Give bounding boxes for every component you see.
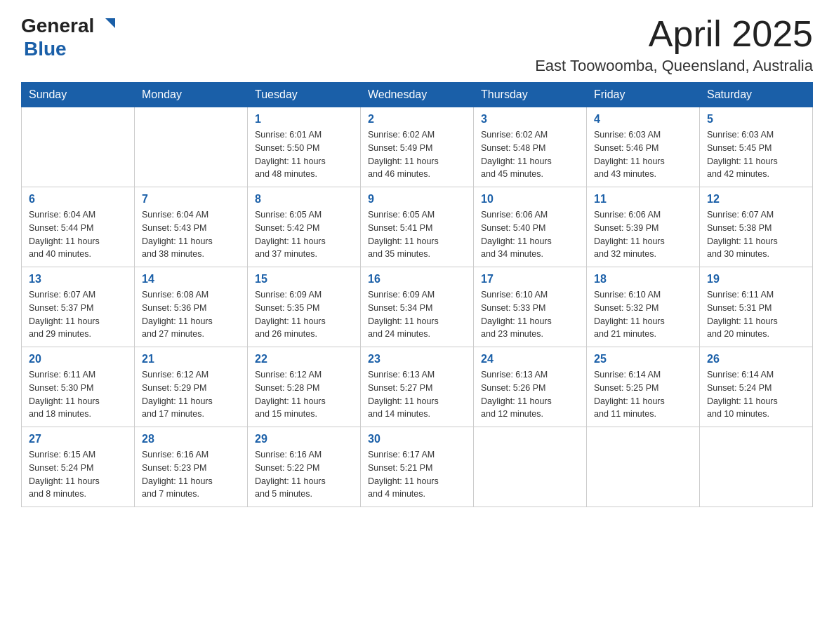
calendar-cell: 4Sunrise: 6:03 AM Sunset: 5:46 PM Daylig… <box>587 107 700 187</box>
weekday-header-row: SundayMondayTuesdayWednesdayThursdayFrid… <box>22 83 813 107</box>
week-row-4: 20Sunrise: 6:11 AM Sunset: 5:30 PM Dayli… <box>22 347 813 427</box>
day-number: 13 <box>29 273 127 286</box>
title-area: April 2025 East Toowoomba, Queensland, A… <box>535 14 813 75</box>
day-info: Sunrise: 6:09 AM Sunset: 5:35 PM Dayligh… <box>255 288 353 341</box>
calendar-cell <box>587 427 700 507</box>
calendar-cell: 12Sunrise: 6:07 AM Sunset: 5:38 PM Dayli… <box>700 187 813 267</box>
day-info: Sunrise: 6:07 AM Sunset: 5:38 PM Dayligh… <box>707 208 805 261</box>
calendar-cell <box>474 427 587 507</box>
calendar-cell: 19Sunrise: 6:11 AM Sunset: 5:31 PM Dayli… <box>700 267 813 347</box>
day-info: Sunrise: 6:13 AM Sunset: 5:27 PM Dayligh… <box>368 368 466 421</box>
calendar-table: SundayMondayTuesdayWednesdayThursdayFrid… <box>21 82 813 507</box>
calendar-cell: 22Sunrise: 6:12 AM Sunset: 5:28 PM Dayli… <box>248 347 361 427</box>
day-info: Sunrise: 6:05 AM Sunset: 5:41 PM Dayligh… <box>368 208 466 261</box>
calendar-cell: 3Sunrise: 6:02 AM Sunset: 5:48 PM Daylig… <box>474 107 587 187</box>
calendar-cell <box>22 107 135 187</box>
day-number: 4 <box>594 113 692 126</box>
calendar-cell: 15Sunrise: 6:09 AM Sunset: 5:35 PM Dayli… <box>248 267 361 347</box>
day-info: Sunrise: 6:04 AM Sunset: 5:44 PM Dayligh… <box>29 208 127 261</box>
day-info: Sunrise: 6:11 AM Sunset: 5:31 PM Dayligh… <box>707 288 805 341</box>
day-number: 8 <box>255 193 353 206</box>
calendar-cell: 5Sunrise: 6:03 AM Sunset: 5:45 PM Daylig… <box>700 107 813 187</box>
day-number: 6 <box>29 193 127 206</box>
calendar-cell: 6Sunrise: 6:04 AM Sunset: 5:44 PM Daylig… <box>22 187 135 267</box>
day-info: Sunrise: 6:13 AM Sunset: 5:26 PM Dayligh… <box>481 368 579 421</box>
day-number: 20 <box>29 353 127 365</box>
day-info: Sunrise: 6:03 AM Sunset: 5:45 PM Dayligh… <box>707 128 805 181</box>
day-info: Sunrise: 6:16 AM Sunset: 5:22 PM Dayligh… <box>255 448 353 501</box>
calendar-cell: 9Sunrise: 6:05 AM Sunset: 5:41 PM Daylig… <box>361 187 474 267</box>
day-number: 17 <box>481 273 579 286</box>
calendar-cell <box>135 107 248 187</box>
calendar-cell: 7Sunrise: 6:04 AM Sunset: 5:43 PM Daylig… <box>135 187 248 267</box>
calendar-cell: 13Sunrise: 6:07 AM Sunset: 5:37 PM Dayli… <box>22 267 135 347</box>
day-info: Sunrise: 6:17 AM Sunset: 5:21 PM Dayligh… <box>368 448 466 501</box>
logo-blue-text: Blue <box>24 38 67 60</box>
logo-general-text: General <box>21 15 94 37</box>
day-number: 30 <box>368 433 466 445</box>
calendar-cell <box>700 427 813 507</box>
month-title: April 2025 <box>535 14 813 54</box>
day-info: Sunrise: 6:06 AM Sunset: 5:40 PM Dayligh… <box>481 208 579 261</box>
calendar-cell: 17Sunrise: 6:10 AM Sunset: 5:33 PM Dayli… <box>474 267 587 347</box>
day-number: 15 <box>255 273 353 286</box>
calendar-cell: 16Sunrise: 6:09 AM Sunset: 5:34 PM Dayli… <box>361 267 474 347</box>
calendar-cell: 2Sunrise: 6:02 AM Sunset: 5:49 PM Daylig… <box>361 107 474 187</box>
day-info: Sunrise: 6:06 AM Sunset: 5:39 PM Dayligh… <box>594 208 692 261</box>
day-number: 25 <box>594 353 692 365</box>
day-number: 26 <box>707 353 805 365</box>
logo-icon <box>94 14 118 38</box>
calendar-cell: 8Sunrise: 6:05 AM Sunset: 5:42 PM Daylig… <box>248 187 361 267</box>
day-number: 16 <box>368 273 466 286</box>
day-number: 2 <box>368 113 466 126</box>
day-info: Sunrise: 6:16 AM Sunset: 5:23 PM Dayligh… <box>142 448 240 501</box>
day-number: 10 <box>481 193 579 206</box>
day-number: 22 <box>255 353 353 365</box>
day-number: 11 <box>594 193 692 206</box>
day-number: 9 <box>368 193 466 206</box>
calendar-cell: 28Sunrise: 6:16 AM Sunset: 5:23 PM Dayli… <box>135 427 248 507</box>
day-info: Sunrise: 6:11 AM Sunset: 5:30 PM Dayligh… <box>29 368 127 421</box>
calendar-cell: 27Sunrise: 6:15 AM Sunset: 5:24 PM Dayli… <box>22 427 135 507</box>
day-info: Sunrise: 6:15 AM Sunset: 5:24 PM Dayligh… <box>29 448 127 501</box>
day-number: 24 <box>481 353 579 365</box>
day-info: Sunrise: 6:04 AM Sunset: 5:43 PM Dayligh… <box>142 208 240 261</box>
weekday-header-monday: Monday <box>135 83 248 107</box>
weekday-header-tuesday: Tuesday <box>248 83 361 107</box>
day-info: Sunrise: 6:05 AM Sunset: 5:42 PM Dayligh… <box>255 208 353 261</box>
week-row-3: 13Sunrise: 6:07 AM Sunset: 5:37 PM Dayli… <box>22 267 813 347</box>
day-info: Sunrise: 6:14 AM Sunset: 5:24 PM Dayligh… <box>707 368 805 421</box>
day-number: 1 <box>255 113 353 126</box>
day-number: 21 <box>142 353 240 365</box>
day-info: Sunrise: 6:07 AM Sunset: 5:37 PM Dayligh… <box>29 288 127 341</box>
calendar-cell: 23Sunrise: 6:13 AM Sunset: 5:27 PM Dayli… <box>361 347 474 427</box>
day-info: Sunrise: 6:09 AM Sunset: 5:34 PM Dayligh… <box>368 288 466 341</box>
calendar-cell: 24Sunrise: 6:13 AM Sunset: 5:26 PM Dayli… <box>474 347 587 427</box>
calendar-cell: 25Sunrise: 6:14 AM Sunset: 5:25 PM Dayli… <box>587 347 700 427</box>
day-number: 12 <box>707 193 805 206</box>
day-info: Sunrise: 6:02 AM Sunset: 5:49 PM Dayligh… <box>368 128 466 181</box>
day-info: Sunrise: 6:01 AM Sunset: 5:50 PM Dayligh… <box>255 128 353 181</box>
day-info: Sunrise: 6:14 AM Sunset: 5:25 PM Dayligh… <box>594 368 692 421</box>
week-row-2: 6Sunrise: 6:04 AM Sunset: 5:44 PM Daylig… <box>22 187 813 267</box>
day-info: Sunrise: 6:02 AM Sunset: 5:48 PM Dayligh… <box>481 128 579 181</box>
location-title: East Toowoomba, Queensland, Australia <box>535 57 813 75</box>
day-number: 14 <box>142 273 240 286</box>
calendar-cell: 30Sunrise: 6:17 AM Sunset: 5:21 PM Dayli… <box>361 427 474 507</box>
weekday-header-friday: Friday <box>587 83 700 107</box>
day-number: 28 <box>142 433 240 445</box>
day-number: 7 <box>142 193 240 206</box>
day-number: 18 <box>594 273 692 286</box>
day-info: Sunrise: 6:10 AM Sunset: 5:33 PM Dayligh… <box>481 288 579 341</box>
day-info: Sunrise: 6:12 AM Sunset: 5:28 PM Dayligh… <box>255 368 353 421</box>
day-info: Sunrise: 6:03 AM Sunset: 5:46 PM Dayligh… <box>594 128 692 181</box>
calendar-cell: 10Sunrise: 6:06 AM Sunset: 5:40 PM Dayli… <box>474 187 587 267</box>
day-number: 29 <box>255 433 353 445</box>
calendar-cell: 21Sunrise: 6:12 AM Sunset: 5:29 PM Dayli… <box>135 347 248 427</box>
day-info: Sunrise: 6:10 AM Sunset: 5:32 PM Dayligh… <box>594 288 692 341</box>
calendar-cell: 1Sunrise: 6:01 AM Sunset: 5:50 PM Daylig… <box>248 107 361 187</box>
day-number: 27 <box>29 433 127 445</box>
calendar-cell: 18Sunrise: 6:10 AM Sunset: 5:32 PM Dayli… <box>587 267 700 347</box>
day-number: 5 <box>707 113 805 126</box>
day-info: Sunrise: 6:08 AM Sunset: 5:36 PM Dayligh… <box>142 288 240 341</box>
